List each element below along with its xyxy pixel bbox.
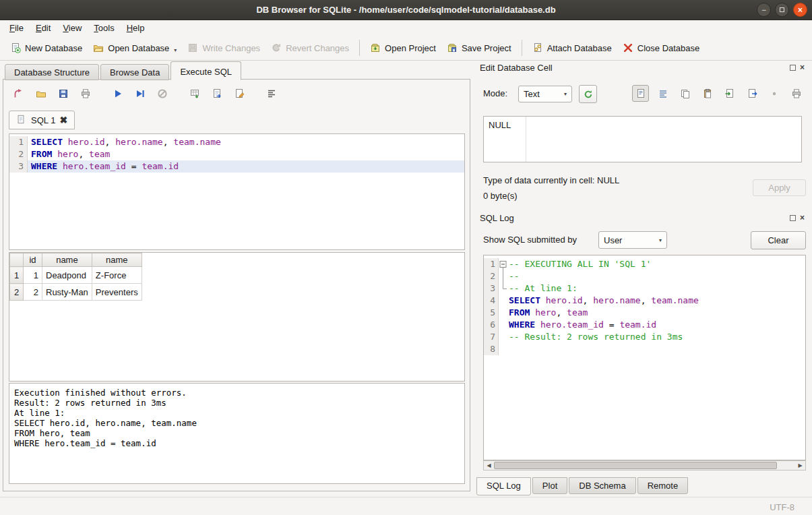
minimize-button[interactable]: − <box>757 3 771 17</box>
sql-token: SELECT <box>509 295 540 305</box>
corner-header[interactable] <box>10 253 24 267</box>
edit-sql-button[interactable] <box>230 85 248 102</box>
scrollbar-thumb[interactable] <box>494 462 777 469</box>
sql-token: team <box>89 149 110 159</box>
close-database-button[interactable]: Close Database <box>617 39 706 57</box>
execute-all-button[interactable] <box>109 85 127 102</box>
log-line: 4SELECT hero.id, hero.name, team.name <box>484 295 805 307</box>
open-project-button[interactable]: Open Project <box>365 39 441 57</box>
export-button[interactable] <box>743 85 760 102</box>
column-header-id[interactable]: id <box>24 253 42 267</box>
print-button[interactable] <box>788 85 805 102</box>
format-button[interactable] <box>263 85 280 102</box>
table-cell[interactable]: Deadpond <box>42 267 92 284</box>
fold-marker-icon[interactable] <box>499 258 507 270</box>
column-header-name[interactable]: name <box>42 253 92 267</box>
table-cell[interactable]: Preventers <box>92 284 142 301</box>
cell-content: NULL <box>489 120 511 130</box>
column-header-name[interactable]: name <box>92 253 142 267</box>
close-dock-icon[interactable]: × <box>800 65 805 71</box>
refresh-cell-button[interactable] <box>579 85 597 103</box>
menu-tools[interactable]: Tools <box>88 21 120 35</box>
log-line: 3-- At line 1: <box>484 282 805 295</box>
tab-remote[interactable]: Remote <box>637 477 689 494</box>
table-cell[interactable]: Z-Force <box>92 267 142 284</box>
print-button[interactable] <box>77 85 94 102</box>
cell-editor[interactable]: NULL <box>483 116 802 162</box>
set-null-icon <box>769 88 780 99</box>
sql-token: , <box>641 295 652 305</box>
editor-line: 1SELECT hero.id, hero.name, team.name <box>9 136 464 148</box>
dropdown-arrow-icon[interactable]: ▾ <box>174 47 177 53</box>
menu-file[interactable]: File <box>3 21 30 35</box>
tab-db-schema[interactable]: DB Schema <box>569 477 635 494</box>
attach-database-button[interactable]: Attach Database <box>527 39 617 57</box>
log-horizontal-scrollbar[interactable]: ◀ ▶ <box>483 460 806 471</box>
tab-plot[interactable]: Plot <box>532 477 567 494</box>
save-results-button[interactable] <box>208 85 226 102</box>
tab-sql-1[interactable]: SQL 1 ✖ <box>9 111 75 129</box>
maximize-button[interactable] <box>775 3 789 17</box>
line-number: 3 <box>9 160 28 173</box>
open-sql-button[interactable] <box>32 85 50 102</box>
set-null-button[interactable] <box>766 85 782 102</box>
scroll-right-icon[interactable]: ▶ <box>796 461 805 470</box>
copy-button[interactable] <box>677 85 693 102</box>
chevron-down-icon: ▾ <box>564 91 567 97</box>
log-line: 8 <box>484 343 805 355</box>
table-cell[interactable]: 1 <box>24 267 42 284</box>
results-grid: idnamename11DeadpondZ-Force22Rusty-ManPr… <box>9 252 465 382</box>
export-results-button[interactable] <box>186 85 204 102</box>
sql-toolbar <box>10 84 285 103</box>
close-dock-icon[interactable]: × <box>800 215 805 221</box>
open-database-button[interactable]: Open Database▾ <box>88 39 182 57</box>
close-database-icon <box>623 42 633 53</box>
window-controls: − × <box>757 3 807 17</box>
close-button[interactable]: × <box>793 3 807 17</box>
table-cell[interactable]: Rusty-Man <box>42 284 92 301</box>
new-database-button[interactable]: New Database <box>5 39 88 57</box>
line-number: 1 <box>484 258 499 270</box>
paste-button[interactable] <box>699 85 716 102</box>
menu-edit[interactable]: Edit <box>30 21 57 35</box>
mode-select[interactable]: Text ▾ <box>518 86 572 102</box>
execute-line-button[interactable] <box>131 85 149 102</box>
new-tab-button[interactable] <box>10 85 28 102</box>
tab-browse-data[interactable]: Browse Data <box>100 64 169 80</box>
fold-marker-icon <box>499 307 507 319</box>
sql-token: , <box>78 149 89 159</box>
align-left-button[interactable] <box>654 85 671 102</box>
float-dock-icon[interactable] <box>790 215 796 221</box>
tab-sql-log[interactable]: SQL Log <box>476 477 531 495</box>
line-number: 2 <box>484 270 499 282</box>
sql-log-title: SQL Log <box>480 213 514 223</box>
float-dock-icon[interactable] <box>790 65 796 71</box>
menu-help[interactable]: Help <box>121 21 151 35</box>
save-sql-button[interactable] <box>55 85 72 102</box>
table-row: 22Rusty-ManPreventers <box>10 284 142 301</box>
save-project-button[interactable]: Save Project <box>441 39 517 57</box>
clear-log-button[interactable]: Clear <box>751 231 806 249</box>
fold-marker-icon <box>499 270 507 282</box>
write-changes-icon <box>187 42 198 53</box>
row-header[interactable]: 1 <box>10 267 24 284</box>
close-tab-icon[interactable]: ✖ <box>59 115 67 125</box>
sql-log-view[interactable]: 1-- EXECUTING ALL IN 'SQL 1'2--3-- At li… <box>483 255 806 460</box>
save-project-icon <box>447 42 458 53</box>
log-filter-select[interactable]: User ▾ <box>598 231 667 249</box>
text-document-button[interactable] <box>632 85 649 102</box>
menu-view[interactable]: View <box>57 21 88 35</box>
row-header[interactable]: 2 <box>10 284 24 301</box>
table-cell[interactable]: 2 <box>24 284 42 301</box>
import-button[interactable] <box>721 85 738 102</box>
sql-token: = <box>126 161 142 171</box>
sql-editor[interactable]: 1SELECT hero.id, hero.name, team.name2FR… <box>9 133 465 250</box>
tab-database-structure[interactable]: Database Structure <box>5 64 99 80</box>
sql-token: WHERE <box>31 161 57 171</box>
scroll-left-icon[interactable]: ◀ <box>485 461 493 470</box>
tab-execute-sql[interactable]: Execute SQL <box>170 61 241 80</box>
open-database-icon <box>93 42 104 53</box>
editor-line: 3WHERE hero.team_id = team.id <box>9 160 464 173</box>
sql-token: -- Result: 2 rows returned in 3ms <box>509 332 683 342</box>
editor-margin-line <box>526 117 526 162</box>
